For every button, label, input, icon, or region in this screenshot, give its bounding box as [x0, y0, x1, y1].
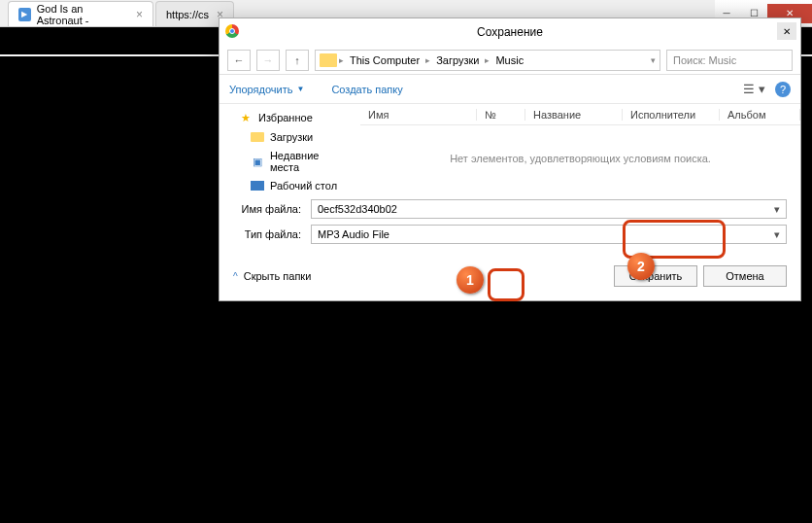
nav-back-button[interactable]: ← [227, 50, 251, 71]
file-list-area: Имя № Название Исполнители Альбом Нет эл… [360, 104, 800, 192]
filename-input[interactable]: 0ecf532d340b02 [311, 199, 787, 219]
organize-menu[interactable]: Упорядочить ▼ [229, 84, 304, 95]
dialog-sidebar: ★ Избранное Загрузки ▣ Недавние места Ра… [220, 104, 360, 192]
column-name[interactable]: Имя [360, 109, 477, 121]
filename-label: Имя файла: [233, 203, 301, 215]
view-button[interactable]: ☰ ▾ [743, 82, 765, 96]
dialog-toolbar: Упорядочить ▼ Создать папку ☰ ▾ ? [220, 75, 800, 104]
sidebar-item-recent[interactable]: ▣ Недавние места [220, 147, 360, 176]
dialog-close-button[interactable]: ✕ [777, 22, 796, 40]
star-icon: ★ [239, 111, 253, 124]
browser-tab-0[interactable]: ▶ God Is an Astronaut - × [8, 1, 153, 26]
highlight-download [488, 268, 524, 301]
help-icon[interactable]: ? [775, 82, 791, 97]
dialog-titlebar: Сохранение ✕ [220, 18, 800, 46]
breadcrumb[interactable]: ▸ This Computer ▸ Загрузки ▸ Music ▾ [315, 50, 660, 71]
column-no[interactable]: № [477, 109, 525, 121]
tab-label: God Is an Astronaut - [37, 3, 128, 26]
chevron-down-icon: ▼ [296, 85, 304, 93]
chevron-right-icon: ▸ [339, 55, 344, 65]
search-input[interactable]: Поиск: Music [666, 50, 793, 71]
sidebar-item-favorites[interactable]: ★ Избранное [220, 108, 360, 127]
column-headers: Имя № Название Исполнители Альбом [360, 104, 800, 125]
dialog-title: Сохранение [477, 25, 543, 39]
chevron-up-icon: ^ [233, 271, 238, 282]
callout-2: 2 [627, 253, 655, 280]
play-icon: ▶ [18, 8, 31, 21]
breadcrumb-item[interactable]: Загрузки [432, 54, 483, 66]
tab-label: https://cs [166, 9, 209, 20]
folder-icon [251, 130, 264, 144]
hide-folders-button[interactable]: ^ Скрыть папки [233, 270, 311, 282]
empty-message: Нет элементов, удовлетворяющих условиям … [360, 125, 800, 192]
recent-icon: ▣ [251, 155, 264, 168]
dialog-nav-bar: ← → ↑ ▸ This Computer ▸ Загрузки ▸ Music… [220, 46, 800, 75]
tab-close-icon[interactable]: × [136, 8, 143, 21]
breadcrumb-item[interactable]: This Computer [346, 54, 423, 66]
nav-up-button[interactable]: ↑ [286, 50, 309, 71]
cancel-button[interactable]: Отмена [703, 265, 787, 287]
callout-1: 1 [457, 266, 484, 294]
new-folder-button[interactable]: Создать папку [331, 84, 402, 95]
filetype-label: Тип файла: [233, 228, 301, 240]
column-title[interactable]: Название [525, 109, 623, 121]
column-artist[interactable]: Исполнители [623, 109, 720, 121]
chevron-down-icon[interactable]: ▾ [651, 55, 656, 65]
sidebar-item-desktop[interactable]: Рабочий стол [220, 176, 360, 195]
breadcrumb-item[interactable]: Music [491, 54, 527, 66]
save-dialog: Сохранение ✕ ← → ↑ ▸ This Computer ▸ Заг… [219, 17, 801, 301]
desktop-icon [251, 179, 264, 192]
search-placeholder: Поиск: Music [673, 54, 736, 66]
dialog-body: ★ Избранное Загрузки ▣ Недавние места Ра… [220, 104, 800, 192]
chevron-right-icon: ▸ [425, 55, 430, 65]
save-button[interactable]: Сохранить [614, 265, 697, 287]
chevron-right-icon: ▸ [485, 55, 490, 65]
folder-icon [320, 53, 337, 67]
nav-forward-button[interactable]: → [256, 50, 280, 71]
column-album[interactable]: Альбом [720, 109, 800, 121]
sidebar-item-downloads[interactable]: Загрузки [220, 127, 360, 147]
chrome-icon [225, 24, 239, 38]
